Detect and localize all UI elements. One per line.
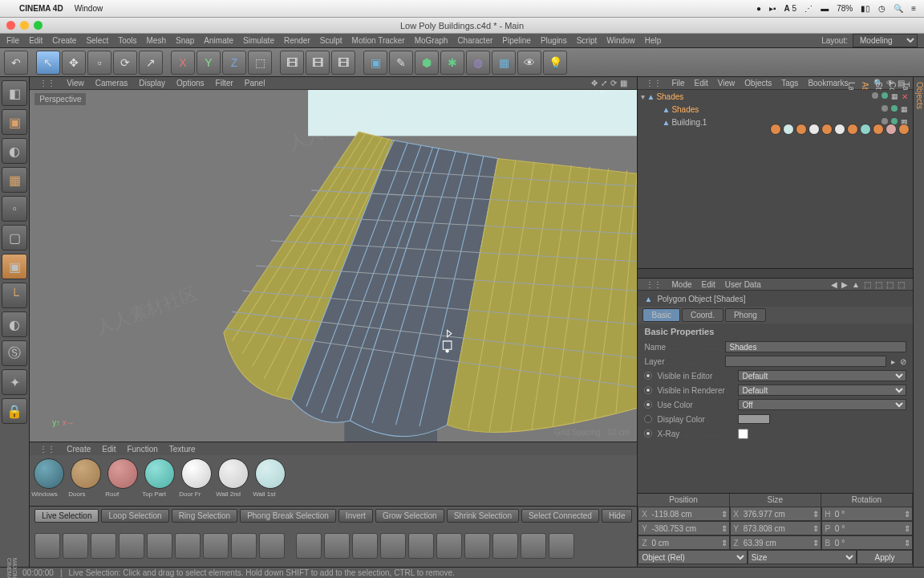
menu-character[interactable]: Character bbox=[457, 36, 492, 45]
om-menu-view[interactable]: View bbox=[718, 79, 736, 88]
live-select-icon[interactable]: ↖ bbox=[36, 51, 60, 75]
tool-icon-1[interactable] bbox=[34, 533, 60, 559]
render-settings-icon[interactable]: 🎞 bbox=[331, 51, 355, 75]
mat-tag[interactable] bbox=[808, 124, 820, 135]
attr-menu-edit[interactable]: Edit bbox=[702, 280, 715, 289]
generator-icon[interactable]: ✱ bbox=[440, 51, 464, 75]
tool-icon-17[interactable] bbox=[492, 533, 518, 559]
vp-nav3-icon[interactable]: ⟳ bbox=[610, 79, 617, 88]
rotate-icon[interactable]: ⟳ bbox=[113, 51, 137, 75]
om-menu-file[interactable]: File bbox=[671, 79, 684, 88]
nurbs-icon[interactable]: ⬢ bbox=[415, 51, 439, 75]
axis-mode-icon[interactable]: └ bbox=[2, 283, 27, 308]
prop-dc-radio[interactable] bbox=[644, 415, 652, 423]
axis-x-icon[interactable]: X bbox=[171, 51, 195, 75]
attr-nav-back-icon[interactable]: ◀ bbox=[831, 280, 837, 289]
tool-icon-11[interactable] bbox=[324, 533, 350, 559]
sel-phong-break-selection[interactable]: Phong Break Selection bbox=[240, 509, 336, 523]
menu-simulate[interactable]: Simulate bbox=[243, 36, 274, 45]
sel-hide[interactable]: Hide bbox=[602, 509, 633, 523]
tool-icon-10[interactable] bbox=[296, 533, 322, 559]
point-mode-icon[interactable]: ◦ bbox=[2, 196, 27, 222]
sel-live-selection[interactable]: Live Selection bbox=[34, 509, 99, 523]
attr-menu-mode[interactable]: Mode bbox=[671, 280, 691, 289]
sel-select-connected[interactable]: Select Connected bbox=[521, 509, 599, 523]
object-tree[interactable]: ▾▲Shades▦✕▲Shades▦▲Building.1▦ bbox=[638, 90, 913, 268]
material-slot[interactable]: Wall 1st bbox=[253, 457, 288, 504]
tool-icon-12[interactable] bbox=[352, 533, 378, 559]
mat-tag[interactable] bbox=[847, 124, 858, 135]
menu-snap[interactable]: Snap bbox=[176, 36, 194, 45]
mat-tag[interactable] bbox=[834, 124, 845, 135]
scale-icon[interactable]: ▫ bbox=[87, 51, 111, 75]
mat-tag[interactable] bbox=[860, 124, 871, 135]
vp-menu-cameras[interactable]: Cameras bbox=[95, 79, 128, 88]
workplane-icon[interactable]: ▦ bbox=[2, 167, 27, 193]
coord-size-field[interactable]: X376.977 cm⇕ bbox=[730, 507, 821, 521]
viewport[interactable]: Perspective Grid Spacing : 10 cm y↑ x→ 人… bbox=[30, 90, 637, 442]
tool-icon-14[interactable] bbox=[408, 533, 434, 559]
sidetab-objects[interactable]: Objects bbox=[915, 82, 924, 567]
tool-icon-8[interactable] bbox=[231, 533, 257, 559]
mat-tag[interactable] bbox=[783, 124, 794, 135]
spotlight-icon[interactable]: 🔍 bbox=[894, 4, 903, 13]
menu-help[interactable]: Help bbox=[645, 36, 662, 45]
material-slot[interactable]: Top Part bbox=[142, 457, 177, 504]
render-region-icon[interactable]: 🎞 bbox=[306, 51, 330, 75]
tool-icon-15[interactable] bbox=[436, 533, 462, 559]
battery-icon[interactable]: ▮▯ bbox=[861, 4, 870, 13]
vp-nav4-icon[interactable]: ▦ bbox=[620, 79, 627, 88]
vp-menu-view[interactable]: View bbox=[67, 79, 84, 88]
coord-object-select[interactable]: Object (Rel) bbox=[638, 550, 747, 564]
coord-pos-field[interactable]: Y-380.753 cm⇕ bbox=[638, 521, 729, 535]
adobe-icon[interactable]: A 5 bbox=[784, 4, 797, 13]
snap-enable-icon[interactable]: Ⓢ bbox=[2, 340, 27, 366]
tree-row[interactable]: ▲Shades▦ bbox=[638, 103, 913, 116]
menu-mograph[interactable]: MoGraph bbox=[415, 36, 448, 45]
om-menu-bookmarks[interactable]: Bookmarks bbox=[808, 79, 848, 88]
edge-mode-icon[interactable]: ▢ bbox=[2, 225, 27, 250]
mat-grip-icon[interactable]: ⋮⋮ bbox=[39, 445, 55, 454]
om-grip-icon[interactable]: ⋮⋮ bbox=[646, 79, 662, 88]
axis-y-icon[interactable]: Y bbox=[197, 51, 221, 75]
vp-menu-display[interactable]: Display bbox=[139, 79, 165, 88]
mat-menu-create[interactable]: Create bbox=[67, 445, 91, 454]
menu-plugins[interactable]: Plugins bbox=[541, 36, 567, 45]
window-close[interactable] bbox=[6, 21, 15, 30]
menu-pipeline[interactable]: Pipeline bbox=[502, 36, 531, 45]
menu-animate[interactable]: Animate bbox=[204, 36, 233, 45]
sel-invert[interactable]: Invert bbox=[338, 509, 373, 523]
tool-icon-6[interactable] bbox=[175, 533, 201, 559]
move-icon[interactable]: ✥ bbox=[62, 51, 86, 75]
tool-icon-3[interactable] bbox=[91, 533, 116, 559]
sel-loop-selection[interactable]: Loop Selection bbox=[101, 509, 168, 523]
material-slot[interactable]: Roof bbox=[105, 457, 140, 504]
tool-icon-9[interactable] bbox=[259, 533, 285, 559]
menu-create[interactable]: Create bbox=[52, 36, 76, 45]
menu-file[interactable]: File bbox=[6, 36, 19, 45]
lastused-icon[interactable]: ↗ bbox=[139, 51, 163, 75]
model-mode-icon[interactable]: ▣ bbox=[2, 109, 27, 135]
vp-menu-panel[interactable]: Panel bbox=[245, 79, 265, 88]
menu-script[interactable]: Script bbox=[577, 36, 598, 45]
material-slot[interactable]: Doors bbox=[68, 457, 103, 504]
attr-menu-userdata[interactable]: User Data bbox=[725, 280, 761, 289]
environment-icon[interactable]: ▦ bbox=[492, 51, 516, 75]
mat-tag[interactable] bbox=[770, 124, 781, 135]
mat-tag[interactable] bbox=[898, 124, 910, 135]
tree-row[interactable]: ▾▲Shades▦✕ bbox=[638, 90, 913, 103]
window-minimize[interactable] bbox=[20, 21, 29, 30]
tab-coord[interactable]: Coord. bbox=[682, 308, 723, 322]
vp-menu-filter[interactable]: Filter bbox=[216, 79, 233, 88]
make-editable-icon[interactable]: ◧ bbox=[2, 80, 27, 106]
mat-menu-texture[interactable]: Texture bbox=[169, 445, 196, 454]
status-sidebar-icon[interactable]: MAXON CINEMA4D bbox=[6, 558, 18, 578]
tab-phong[interactable]: Phong bbox=[725, 308, 766, 322]
vp-grip-icon[interactable]: ⋮⋮ bbox=[39, 79, 55, 88]
tool-icon-5[interactable] bbox=[147, 533, 172, 559]
om-menu-objects[interactable]: Objects bbox=[744, 79, 772, 88]
flag-icon[interactable]: ▬ bbox=[821, 4, 829, 13]
sel-ring-selection[interactable]: Ring Selection bbox=[172, 509, 237, 523]
tool-icon-4[interactable] bbox=[119, 533, 144, 559]
menu-window[interactable]: Window bbox=[606, 36, 635, 45]
